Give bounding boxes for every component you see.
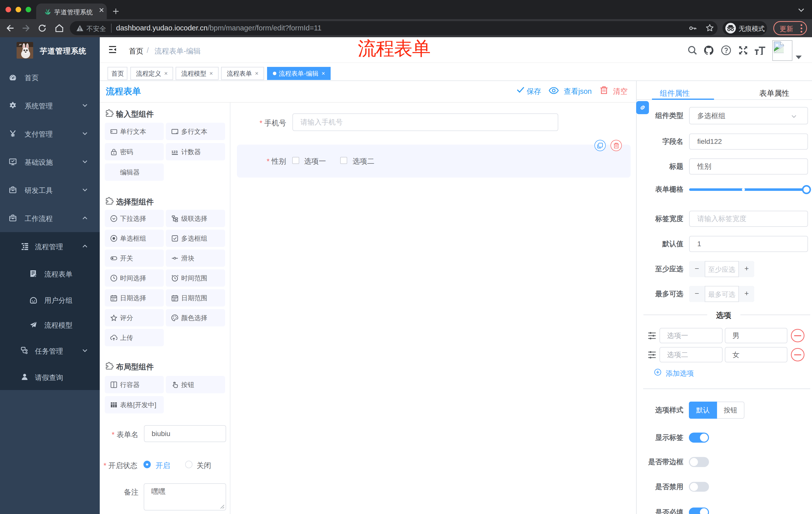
svg-text:123: 123	[171, 150, 178, 154]
